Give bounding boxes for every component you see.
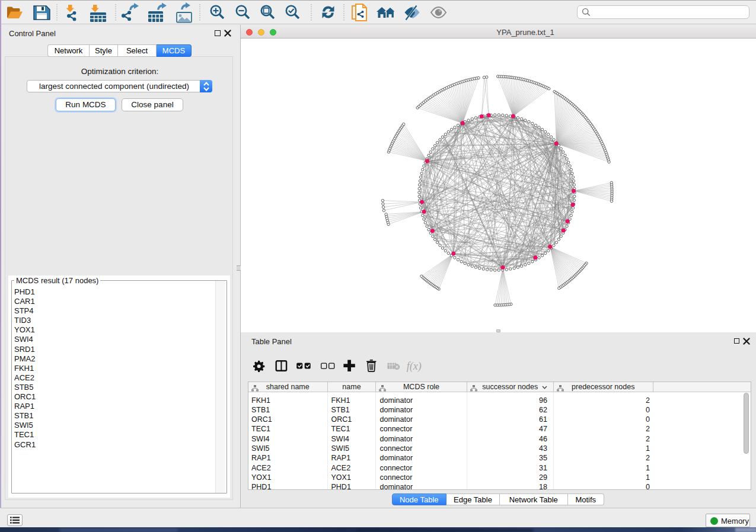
svg-text:f(x): f(x): [407, 360, 422, 372]
